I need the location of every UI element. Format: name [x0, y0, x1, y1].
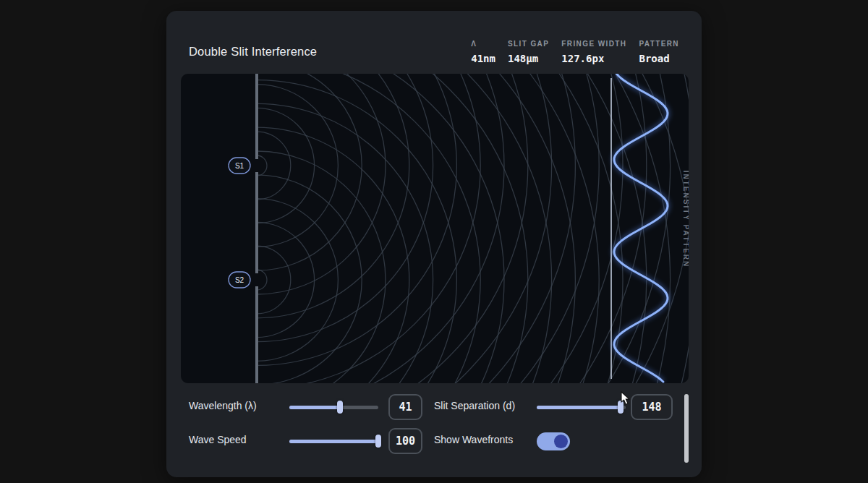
- wave-speed-slider-thumb[interactable]: [375, 435, 381, 448]
- wavelength-slider-fill: [289, 406, 340, 409]
- simulation-canvas[interactable]: S1 S2 INTENSITY PATTERN: [181, 74, 689, 383]
- slit-separation-value-input[interactable]: [631, 394, 673, 420]
- slit1-badge: S1: [229, 158, 250, 174]
- stat-fringe-width-label: Fringe Width: [561, 40, 626, 48]
- slit2-badge: S2: [229, 272, 250, 288]
- stat-fringe-width-value: 127.6px: [561, 53, 626, 64]
- stat-pattern: Pattern Broad: [639, 40, 679, 64]
- page-background: Double Slit Interference Λ 41nm Slit Gap…: [0, 0, 868, 483]
- wave-speed-slider[interactable]: [289, 434, 378, 448]
- stat-slit-gap: Slit Gap 148μm: [508, 40, 549, 64]
- show-wavefronts-toggle[interactable]: [537, 432, 570, 450]
- stat-slit-gap-value: 148μm: [508, 53, 549, 64]
- wavelength-label: Wavelength (λ): [189, 400, 257, 411]
- scrollbar-thumb[interactable]: [684, 394, 689, 463]
- show-wavefronts-label: Show Wavefronts: [434, 434, 513, 445]
- app-card: Double Slit Interference Λ 41nm Slit Gap…: [166, 11, 702, 477]
- slit-separation-slider[interactable]: [537, 400, 626, 414]
- slit-separation-slider-thumb[interactable]: [618, 401, 624, 414]
- stats-bar: Λ 41nm Slit Gap 148μm Fringe Width 127.6…: [471, 40, 679, 64]
- slit2-label: S2: [235, 276, 244, 284]
- stat-wavelength-label: Λ: [471, 40, 495, 48]
- wave-speed-label: Wave Speed: [189, 434, 247, 445]
- wave-speed-slider-fill: [289, 440, 378, 443]
- stat-slit-gap-label: Slit Gap: [508, 40, 549, 48]
- stat-fringe-width: Fringe Width 127.6px: [561, 40, 626, 64]
- wavelength-slider[interactable]: [289, 400, 378, 414]
- stat-pattern-label: Pattern: [639, 40, 679, 48]
- slit-separation-label: Slit Separation (d): [434, 400, 515, 411]
- toggle-knob: [554, 435, 568, 448]
- wave-speed-value-input[interactable]: [388, 428, 422, 454]
- stat-pattern-value: Broad: [639, 53, 679, 64]
- wavelength-slider-thumb[interactable]: [337, 401, 343, 414]
- stat-wavelength: Λ 41nm: [471, 40, 495, 64]
- slit1-label: S1: [235, 162, 244, 170]
- wavelength-value-input[interactable]: [388, 394, 422, 420]
- intensity-pattern-label: INTENSITY PATTERN: [682, 171, 689, 268]
- page-title: Double Slit Interference: [189, 45, 317, 59]
- stat-wavelength-value: 41nm: [471, 53, 495, 64]
- slit-separation-slider-fill: [537, 406, 621, 409]
